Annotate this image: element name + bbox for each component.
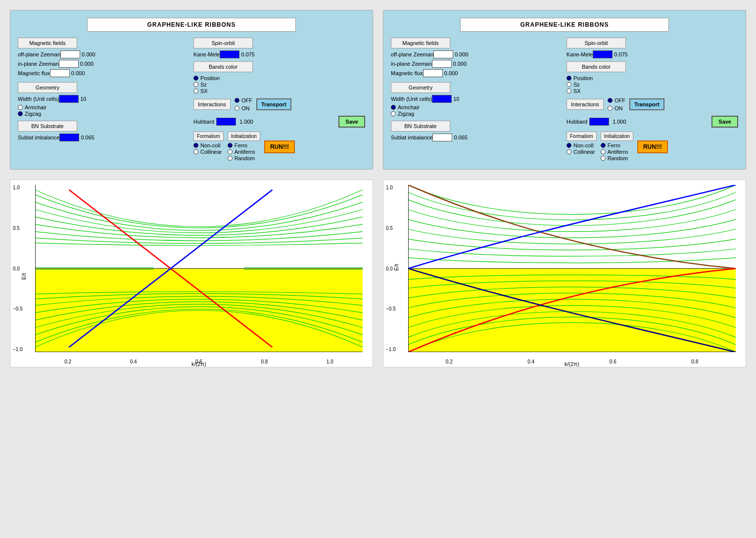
sublat-input-2[interactable]	[432, 134, 452, 141]
zigzag-radio-1[interactable]: Zigzag	[18, 111, 189, 117]
geometry-label-2: Geometry	[391, 82, 450, 93]
sx-radio-2[interactable]: SX	[567, 88, 738, 94]
random-label-2: Random	[608, 155, 628, 161]
zigzag-radio-icon-2	[391, 111, 396, 116]
off-radio-1[interactable]: OFF	[235, 97, 252, 103]
save-button-1[interactable]: Save	[338, 116, 365, 128]
off-on-group-2: OFF ON	[608, 97, 625, 112]
position-radio-1[interactable]: Position	[193, 75, 365, 81]
collinear-radio-2[interactable]: Collinear	[567, 149, 597, 155]
in-plane-row-2: in-plane Zeeman 0.000	[391, 60, 563, 68]
collinear-label-2: Collinear	[573, 149, 595, 155]
sz-radio-1[interactable]: Sz	[193, 82, 365, 88]
in-plane-input-1[interactable]	[59, 60, 79, 68]
ferro-radio-1[interactable]: Ferro	[228, 142, 260, 148]
x2-tick-0.4: 0.4	[527, 359, 534, 364]
zigzag-radio-2[interactable]: Zigzag	[391, 111, 563, 117]
y2-tick--0.5: −0.5	[386, 306, 396, 312]
ferro-radio-2[interactable]: Ferro	[601, 142, 633, 148]
off-plane-label-1: off-plane Zeeman	[18, 51, 60, 57]
sz-label-1: Sz	[200, 82, 207, 88]
mag-flux-input-2[interactable]	[423, 69, 443, 77]
noncoll-radio-icon-1	[193, 143, 198, 148]
off-plane-input-1[interactable]	[60, 50, 80, 58]
antiferro-radio-1[interactable]: Antiferro	[228, 149, 260, 155]
in-plane-row-1: in-plane Zeeman 0.000	[18, 60, 189, 68]
right-col-1: Spin-orbit Kane-Mele 0.075 Bands color P…	[193, 38, 365, 162]
main-container: GRAPHENE-LIKE RIBBONS Magnetic fields of…	[10, 10, 746, 367]
x-tick-0.2-1: 0.2	[64, 359, 71, 364]
formalism-group-2: Formalism Non-coll Collinear	[567, 132, 597, 162]
random-radio-2[interactable]: Random	[601, 155, 633, 161]
off-radio-2[interactable]: OFF	[608, 97, 625, 103]
noncoll-radio-2[interactable]: Non-coll	[567, 142, 597, 148]
sz-radio-icon-1	[193, 82, 198, 87]
position-radio-icon-2	[567, 76, 571, 81]
chart-1: 1.0 0.5 0.0 −0.5 −1.0 E/t 0.2 0.4 0.6 0.…	[10, 179, 373, 367]
y-axis-labels-1: 1.0 0.5 0.0 −0.5 −1.0	[13, 185, 23, 352]
width-value-2: 10	[453, 96, 459, 102]
mag-flux-row-1: Magnetic flux 0.000	[18, 69, 189, 77]
y-tick-0.0: 0.0	[13, 266, 23, 271]
transport-button-2[interactable]: Transport	[629, 98, 664, 110]
hubbard-value-2: 1.000	[613, 119, 626, 125]
width-value-1: 10	[80, 96, 86, 102]
magnetic-fields-label-1: Magnetic fields	[18, 38, 77, 48]
chart-2: 1.0 0.5 0.0 −0.5 −1.0 E/t 0.2 0.4 0.6 0.…	[383, 179, 746, 367]
formalism-init-1: Formalism Non-coll Collinear Initi	[193, 132, 365, 162]
random-radio-icon-1	[228, 156, 233, 161]
off-radio-icon-2	[608, 98, 613, 103]
position-radio-2[interactable]: Position	[567, 75, 738, 81]
sx-radio-icon-2	[567, 89, 571, 93]
kane-mele-input-2[interactable]	[593, 50, 613, 58]
on-radio-1[interactable]: ON	[235, 105, 252, 111]
mag-flux-input-1[interactable]	[50, 69, 70, 77]
kane-mele-input-1[interactable]	[220, 50, 239, 58]
collinear-radio-1[interactable]: Collinear	[193, 149, 224, 155]
sz-radio-2[interactable]: Sz	[567, 82, 738, 88]
transport-button-1[interactable]: Transport	[256, 98, 291, 110]
y2-tick-0.5: 0.5	[386, 225, 396, 231]
y-tick--0.5: −0.5	[13, 306, 23, 312]
sx-radio-icon-1	[193, 89, 198, 93]
on-radio-2[interactable]: ON	[608, 105, 625, 111]
hubbard-input-1[interactable]	[216, 118, 236, 126]
armchair-radio-1[interactable]: Armchair	[18, 104, 189, 110]
width-input-2[interactable]	[432, 95, 452, 103]
noncoll-radio-1[interactable]: Non-coll	[193, 142, 224, 148]
random-radio-1[interactable]: Random	[228, 155, 260, 161]
off-plane-input-2[interactable]	[433, 50, 453, 58]
noncoll-label-1: Non-coll	[200, 142, 220, 148]
init-section-label-1: Initialization	[228, 132, 260, 141]
sublat-input-1[interactable]	[59, 134, 79, 141]
hubbard-row-1: Hubbard 1.000 Save	[193, 116, 365, 128]
armchair-label-1: Armchair	[25, 104, 47, 110]
interactions-label-2: Interactions	[567, 99, 604, 110]
run-button-1[interactable]: RUN!!!	[264, 140, 295, 153]
x-tick-0.4-1: 0.4	[130, 359, 137, 364]
off-label-1: OFF	[241, 97, 252, 103]
mag-flux-label-2: Magnetic flux	[391, 70, 423, 76]
antiferro-radio-2[interactable]: Antiferro	[601, 149, 633, 155]
kane-mele-row-1: Kane-Mele 0.075	[193, 50, 365, 58]
in-plane-input-2[interactable]	[432, 60, 452, 68]
off-on-group-1: OFF ON	[235, 97, 252, 112]
run-button-2[interactable]: RUN!!!	[637, 140, 668, 153]
sublat-row-2: Sublat imbalance 0.065	[391, 134, 563, 141]
hubbard-input-2[interactable]	[589, 118, 609, 126]
ferro-radio-icon-1	[228, 143, 233, 148]
off-plane-value-2: 0.000	[455, 51, 469, 57]
antiferro-label-1: Antiferro	[235, 149, 255, 155]
spinorbit-label-2: Spin-orbit	[567, 38, 626, 48]
sx-radio-1[interactable]: SX	[193, 88, 365, 94]
edge-radio-group-2: Armchair Zigzag	[391, 104, 563, 117]
width-input-1[interactable]	[59, 95, 79, 103]
zigzag-label-2: Zigzag	[398, 111, 414, 117]
geometry-label-1: Geometry	[18, 82, 77, 93]
armchair-radio-2[interactable]: Armchair	[391, 104, 563, 110]
panel-right-inner: Magnetic fields off-plane Zeeman 0.000 i…	[391, 38, 738, 162]
formalism-init-2: Formalism Non-coll Collinear Initi	[567, 132, 738, 162]
on-radio-icon-1	[235, 106, 239, 111]
save-button-2[interactable]: Save	[711, 116, 738, 128]
on-label-2: ON	[614, 105, 623, 111]
